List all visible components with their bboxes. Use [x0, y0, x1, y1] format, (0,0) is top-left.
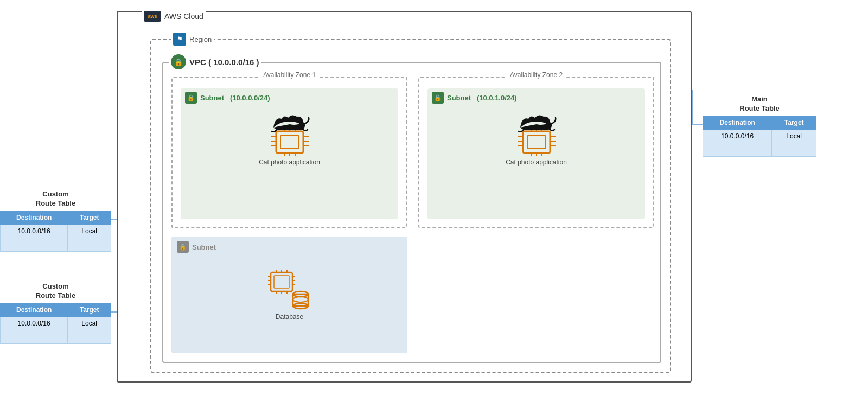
aws-cloud-label: aws AWS Cloud — [142, 11, 206, 22]
app-label-2: Cat photo application — [506, 158, 567, 166]
custom-rt-1-target-header: Target — [68, 211, 111, 224]
app-label-1: Cat photo application — [259, 158, 320, 166]
subnet-text-2: Subnet (10.0.1.0/24) — [447, 94, 517, 102]
private-subnet-icon: 🔒 — [177, 241, 189, 253]
aws-cloud-text: AWS Cloud — [164, 12, 203, 21]
main-rt-dest-empty — [703, 143, 772, 156]
aws-logo: aws — [144, 11, 161, 22]
az-box-1: Availability Zone 1 🔒 Subnet (10.0.0.0/2… — [171, 77, 407, 228]
private-subnet-label: 🔒 Subnet — [171, 237, 407, 257]
region-label: ⚑ Region — [171, 33, 214, 46]
main-rt-target-0: Local — [772, 129, 816, 143]
db-svg — [268, 270, 311, 310]
region-icon: ⚑ — [173, 33, 186, 46]
private-subnet-text: Subnet — [192, 243, 216, 251]
main-container: aws AWS Cloud ⚑ Region 🔒 VPC ( 10.0.0.0/… — [0, 0, 868, 395]
region-text: Region — [189, 35, 212, 43]
custom-rt-1-target-0: Local — [68, 224, 111, 238]
vpc-icon: 🔒 — [171, 54, 186, 69]
custom-rt-2-grid: Destination Target 10.0.0.0/16 Local — [0, 303, 111, 344]
subnet-content-2: Cat photo application — [427, 107, 645, 171]
main-rt-row-empty — [703, 143, 816, 156]
cat-cpu-icon-1 — [265, 112, 314, 156]
vpc-box: 🔒 VPC ( 10.0.0.0/16 ) Availability Zone … — [162, 62, 661, 363]
cat-cpu-icon-2 — [512, 112, 561, 156]
custom-rt-1-row-0: 10.0.0.0/16 Local — [1, 224, 111, 238]
main-rt-target-header: Target — [772, 116, 816, 129]
az-label-1: Availability Zone 1 — [260, 71, 319, 79]
main-rt-dest-0: 10.0.0.0/16 — [703, 129, 772, 143]
aws-cloud-box: aws AWS Cloud ⚑ Region 🔒 VPC ( 10.0.0.0/… — [117, 11, 692, 383]
app-icon-2: Cat photo application — [506, 112, 567, 166]
custom-rt-1-title: Custom Route Table — [0, 190, 111, 208]
custom-rt-1-dest-header: Destination — [1, 211, 68, 224]
subnet-content-1: Cat photo application — [181, 107, 398, 171]
aws-logo-text: aws — [148, 14, 157, 19]
svg-point-51 — [293, 297, 308, 302]
custom-rt-2-dest-header: Destination — [1, 303, 68, 316]
main-route-table: Main Route Table Destination Target 10.0… — [703, 95, 816, 157]
subnet-label-row-2: 🔒 Subnet (10.0.1.0/24) — [427, 88, 645, 107]
svg-rect-35 — [274, 276, 289, 288]
main-rt-target-empty — [772, 143, 816, 156]
private-subnet: 🔒 Subnet — [171, 237, 407, 353]
database-icon: Database — [268, 270, 311, 321]
svg-rect-21 — [527, 136, 546, 149]
db-label: Database — [276, 313, 303, 321]
custom-rt-2-target-0: Local — [68, 316, 111, 330]
custom-rt-1-grid: Destination Target 10.0.0.0/16 Local — [0, 211, 111, 252]
az-box-2: Availability Zone 2 🔒 Subnet (10.0.1.0/2… — [418, 77, 654, 228]
custom-rt-2-target-header: Target — [68, 303, 111, 316]
subnet-box-1: 🔒 Subnet (10.0.0.0/24) — [181, 88, 398, 219]
custom-rt-1-row-empty — [1, 238, 111, 251]
main-rt-dest-header: Destination — [703, 116, 772, 129]
region-box: ⚑ Region 🔒 VPC ( 10.0.0.0/16 ) Availabil… — [150, 39, 671, 373]
custom-route-table-2: Custom Route Table Destination Target 10… — [0, 282, 111, 344]
main-route-table-title: Main Route Table — [703, 95, 816, 113]
custom-route-table-1: Custom Route Table Destination Target 10… — [0, 190, 111, 252]
custom-rt-1-dest-0: 10.0.0.0/16 — [1, 224, 68, 238]
subnet-text-1: Subnet (10.0.0.0/24) — [200, 94, 270, 102]
az-container: Availability Zone 1 🔒 Subnet (10.0.0.0/2… — [171, 77, 654, 228]
subnet-icon-1: 🔒 — [185, 92, 197, 104]
vpc-text: VPC ( 10.0.0.0/16 ) — [189, 58, 259, 67]
vpc-label: 🔒 VPC ( 10.0.0.0/16 ) — [169, 54, 261, 69]
subnet-label-row-1: 🔒 Subnet (10.0.0.0/24) — [181, 88, 398, 107]
main-route-table-grid: Destination Target 10.0.0.0/16 Local — [703, 116, 816, 157]
custom-rt-2-title: Custom Route Table — [0, 282, 111, 301]
main-rt-row-0: 10.0.0.0/16 Local — [703, 129, 816, 143]
custom-rt-2-dest-0: 10.0.0.0/16 — [1, 316, 68, 330]
subnet-icon-2: 🔒 — [432, 92, 444, 104]
custom-rt-2-row-0: 10.0.0.0/16 Local — [1, 316, 111, 330]
svg-rect-7 — [280, 136, 299, 149]
app-icon-1: Cat photo application — [259, 112, 320, 166]
az-label-2: Availability Zone 2 — [507, 71, 566, 79]
subnet-box-2: 🔒 Subnet (10.0.1.0/24) — [427, 88, 645, 219]
custom-rt-2-row-empty — [1, 330, 111, 343]
database-container: Database — [171, 257, 407, 333]
